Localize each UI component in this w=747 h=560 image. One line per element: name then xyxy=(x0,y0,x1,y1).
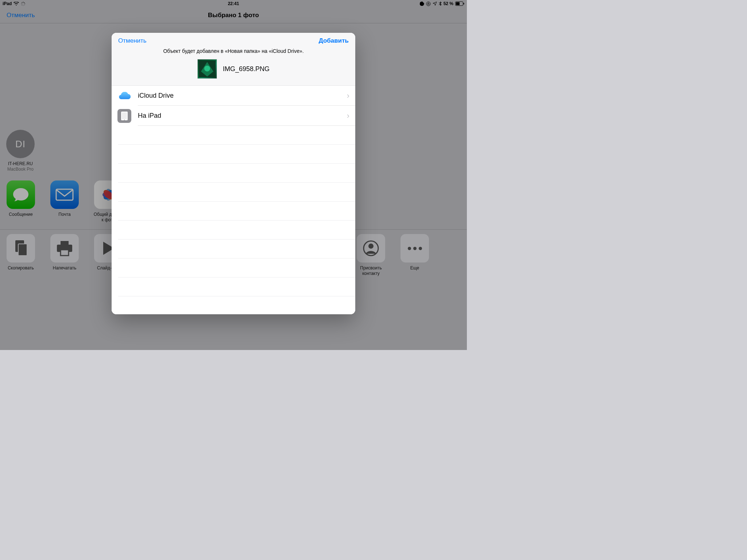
location-label: iCloud Drive xyxy=(138,92,347,100)
location-label: На iPad xyxy=(138,112,347,120)
list-divider xyxy=(112,221,355,240)
location-icloud-drive[interactable]: iCloud Drive › xyxy=(112,86,355,106)
svg-rect-38 xyxy=(122,112,127,119)
save-to-files-modal: Отменить Добавить Объект будет добавлен … xyxy=(112,33,355,314)
list-divider xyxy=(112,202,355,221)
modal-filename: IMG_6958.PNG xyxy=(223,65,270,73)
modal-cancel-button[interactable]: Отменить xyxy=(118,37,147,44)
modal-add-button[interactable]: Добавить xyxy=(319,37,349,44)
modal-file-preview: IMG_6958.PNG xyxy=(112,58,355,86)
modal-location-list: iCloud Drive › На iPad › xyxy=(112,86,355,314)
list-divider xyxy=(112,277,355,296)
location-on-ipad[interactable]: На iPad › xyxy=(112,106,355,126)
cloud-icon xyxy=(117,89,131,103)
list-divider xyxy=(112,145,355,164)
list-divider xyxy=(112,164,355,183)
file-thumbnail xyxy=(197,59,217,79)
list-divider xyxy=(112,240,355,258)
chevron-right-icon: › xyxy=(347,91,349,101)
list-divider xyxy=(112,258,355,277)
list-divider xyxy=(112,126,355,145)
ipad-icon xyxy=(117,109,131,123)
modal-subtitle: Объект будет добавлен в «Новая папка» на… xyxy=(112,46,355,58)
list-divider xyxy=(112,183,355,202)
chevron-right-icon: › xyxy=(347,111,349,121)
svg-point-39 xyxy=(124,120,125,120)
svg-point-36 xyxy=(204,66,210,71)
